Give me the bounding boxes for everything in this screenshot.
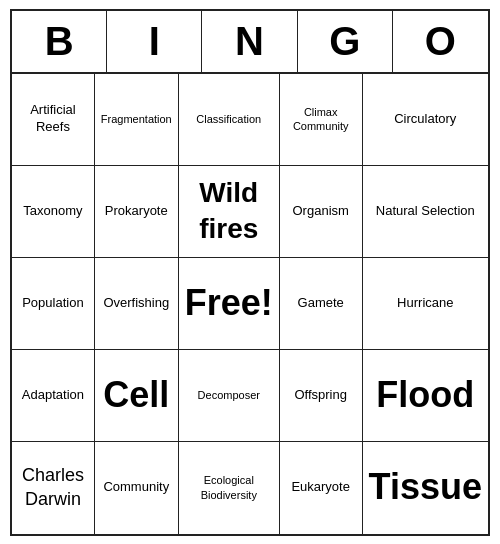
bingo-cell: Eukaryote <box>280 442 363 534</box>
bingo-cell: Offspring <box>280 350 363 442</box>
bingo-cell: Population <box>12 258 95 350</box>
bingo-cell: Adaptation <box>12 350 95 442</box>
bingo-cell: Overfishing <box>95 258 179 350</box>
bingo-cell: Charles Darwin <box>12 442 95 534</box>
bingo-cell: Free! <box>179 258 280 350</box>
bingo-cell: Prokaryote <box>95 166 179 258</box>
header-letter: O <box>393 11 488 72</box>
bingo-cell: Natural Selection <box>363 166 488 258</box>
bingo-cell: Cell <box>95 350 179 442</box>
bingo-cell: Ecological Biodiversity <box>179 442 280 534</box>
bingo-cell: Decomposer <box>179 350 280 442</box>
bingo-cell: Tissue <box>363 442 488 534</box>
header-letter: I <box>107 11 202 72</box>
bingo-card: BINGO Artificial ReefsFragmentationClass… <box>10 9 490 536</box>
bingo-cell: Community <box>95 442 179 534</box>
bingo-cell: Fragmentation <box>95 74 179 166</box>
bingo-cell: Organism <box>280 166 363 258</box>
bingo-cell: Gamete <box>280 258 363 350</box>
header-letter: G <box>298 11 393 72</box>
header-letter: B <box>12 11 107 72</box>
bingo-grid: Artificial ReefsFragmentationClassificat… <box>12 74 488 534</box>
header-letter: N <box>202 11 297 72</box>
bingo-cell: Wild fires <box>179 166 280 258</box>
bingo-cell: Circulatory <box>363 74 488 166</box>
bingo-cell: Hurricane <box>363 258 488 350</box>
bingo-cell: Artificial Reefs <box>12 74 95 166</box>
bingo-cell: Taxonomy <box>12 166 95 258</box>
bingo-cell: Climax Community <box>280 74 363 166</box>
bingo-header: BINGO <box>12 11 488 74</box>
bingo-cell: Flood <box>363 350 488 442</box>
bingo-cell: Classification <box>179 74 280 166</box>
